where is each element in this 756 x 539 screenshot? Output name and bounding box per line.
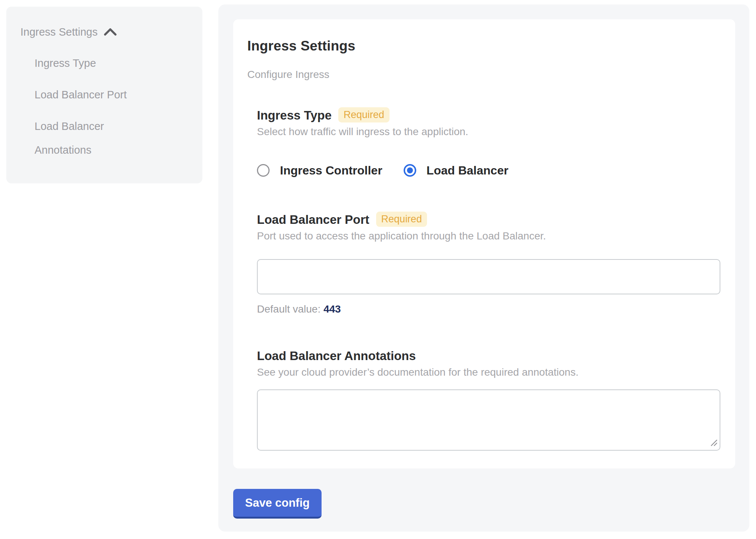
radio-label[interactable]: Ingress Controller xyxy=(280,163,382,178)
load-balancer-annotations-textarea[interactable] xyxy=(257,389,720,451)
default-value: 443 xyxy=(323,303,341,315)
radio-unselected-icon[interactable] xyxy=(257,164,270,177)
sidebar-group-label: Ingress Settings xyxy=(20,25,98,39)
section-load-balancer-port: Load Balancer Port Required Port used to… xyxy=(257,212,721,316)
section-ingress-type: Ingress Type Required Select how traffic… xyxy=(257,108,721,178)
load-balancer-port-input[interactable] xyxy=(257,259,720,294)
settings-panel: Ingress Settings Configure Ingress Ingre… xyxy=(218,4,749,532)
section-label: Ingress Type xyxy=(257,108,332,123)
sidebar-item-load-balancer-port[interactable]: Load Balancer Port xyxy=(35,83,153,107)
ingress-settings-card: Ingress Settings Configure Ingress Ingre… xyxy=(233,19,735,468)
default-value-line: Default value:443 xyxy=(257,303,721,316)
section-load-balancer-annotations: Load Balancer Annotations See your cloud… xyxy=(257,349,721,451)
save-config-button[interactable]: Save config xyxy=(233,489,322,519)
sidebar-item-ingress-type[interactable]: Ingress Type xyxy=(35,51,153,75)
settings-sidebar: Ingress Settings Ingress Type Load Balan… xyxy=(6,7,202,183)
section-label: Load Balancer Annotations xyxy=(257,349,416,363)
sidebar-group-ingress-settings[interactable]: Ingress Settings xyxy=(20,25,188,39)
chevron-up-icon xyxy=(104,27,117,37)
default-value-label: Default value: xyxy=(257,303,320,315)
ingress-type-radio-group: Ingress Controller Load Balancer xyxy=(257,163,721,178)
section-heading-row: Load Balancer Annotations xyxy=(257,349,721,363)
annotations-textarea-wrap xyxy=(257,389,720,451)
radio-label[interactable]: Load Balancer xyxy=(427,163,509,178)
required-badge: Required xyxy=(338,107,390,122)
required-badge: Required xyxy=(376,212,427,227)
resize-handle-icon[interactable] xyxy=(709,438,718,448)
radio-option-ingress-controller[interactable]: Ingress Controller xyxy=(257,163,382,178)
page-subtitle: Configure Ingress xyxy=(247,68,721,81)
section-heading-row: Ingress Type Required xyxy=(257,108,721,123)
section-description: Port used to access the application thro… xyxy=(257,229,721,243)
sidebar-item-list: Ingress Type Load Balancer Port Load Bal… xyxy=(20,51,188,162)
radio-selected-icon[interactable] xyxy=(404,164,416,177)
page-title: Ingress Settings xyxy=(247,38,721,54)
section-description: Select how traffic will ingress to the a… xyxy=(257,125,721,138)
section-label: Load Balancer Port xyxy=(257,212,369,227)
sidebar-item-load-balancer-annotations[interactable]: Load Balancer Annotations xyxy=(35,114,153,162)
section-description: See your cloud provider’s documentation … xyxy=(257,366,721,379)
section-heading-row: Load Balancer Port Required xyxy=(257,212,721,227)
radio-option-load-balancer[interactable]: Load Balancer xyxy=(404,163,509,178)
